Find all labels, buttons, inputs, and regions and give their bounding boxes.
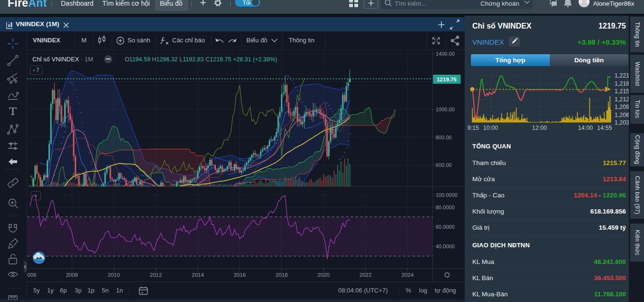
svg-text:80.0000: 80.0000: [436, 205, 455, 210]
svg-text:600.00: 600.00: [436, 162, 452, 168]
svg-text:9:15: 9:15: [468, 125, 479, 131]
svg-text:2012: 2012: [150, 272, 162, 278]
svg-text:1400.00: 1400.00: [436, 51, 455, 57]
svg-text:14:00: 14:00: [578, 125, 593, 131]
svg-text:1000.00: 1000.00: [436, 107, 455, 112]
svg-text:40.0000: 40.0000: [436, 244, 455, 249]
svg-text:2008: 2008: [66, 272, 78, 278]
svg-text:100.0000: 100.0000: [436, 192, 458, 198]
svg-text:800.00: 800.00: [436, 135, 452, 140]
svg-text:1,218: 1,218: [615, 80, 629, 87]
svg-text:1,209: 1,209: [615, 104, 629, 110]
svg-text:60.0000: 60.0000: [436, 224, 455, 230]
svg-text:2018: 2018: [275, 272, 288, 278]
svg-text:2022: 2022: [360, 272, 372, 278]
svg-text:2020: 2020: [318, 272, 330, 278]
svg-text:2010: 2010: [108, 272, 120, 278]
svg-text:14:55: 14:55: [597, 125, 612, 131]
svg-text:1,221: 1,221: [615, 72, 629, 79]
svg-text:10:00: 10:00: [483, 125, 498, 131]
svg-text:2016: 2016: [234, 272, 246, 278]
svg-text:1,206: 1,206: [615, 112, 629, 118]
svg-text:1219.75: 1219.75: [437, 77, 457, 82]
svg-text:1,215: 1,215: [615, 88, 629, 95]
svg-text:1,212: 1,212: [615, 96, 629, 103]
svg-text:1,203: 1,203: [615, 119, 629, 126]
svg-text:2024: 2024: [401, 272, 414, 278]
svg-text:Tối: Tối: [243, 0, 251, 6]
svg-text:12:00: 12:00: [532, 125, 547, 131]
svg-text:2014: 2014: [192, 272, 204, 278]
